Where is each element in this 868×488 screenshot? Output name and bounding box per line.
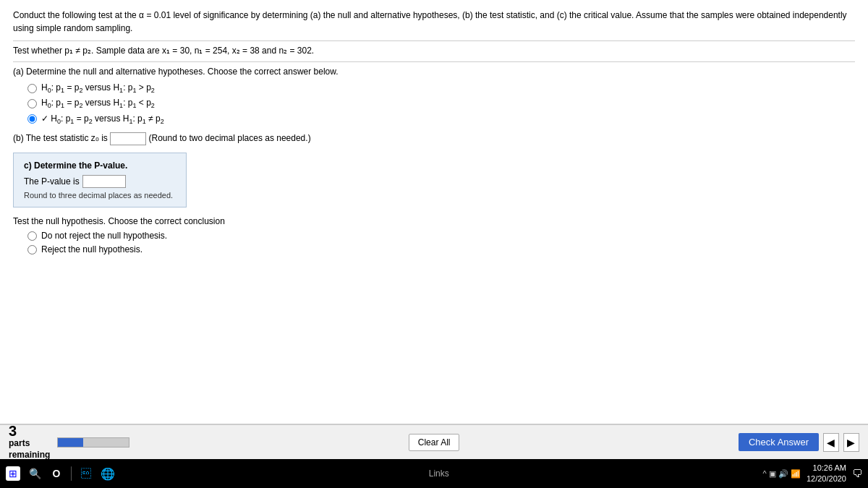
radio-a3[interactable] [27, 114, 37, 124]
null-hypothesis-options: Do not reject the null hypothesis. Rejec… [27, 231, 855, 254]
part-b-note: (Round to two decimal places as needed.) [149, 133, 311, 143]
question-header: Conduct the following test at the α = 0.… [13, 9, 855, 35]
part-a-options: H0: p1 = p2 versus H1: p1 > p2 H0: p1 = … [27, 82, 855, 125]
null-option-1[interactable]: Do not reject the null hypothesis. [27, 231, 855, 241]
start-button[interactable]: ⊞ [6, 466, 20, 481]
links-label: Links [429, 468, 449, 479]
option-a2[interactable]: H0: p1 = p2 versus H1: p1 < p2 [27, 98, 855, 109]
null-option-2-label: Reject the null hypothesis. [41, 244, 142, 254]
part-c-box: c) Determine the P-value. The P-value is… [13, 153, 187, 207]
main-content: Conduct the following test at the α = 0.… [0, 0, 868, 424]
radio-a2[interactable] [27, 99, 37, 108]
radio-a1[interactable] [27, 84, 37, 93]
null-option-1-label: Do not reject the null hypothesis. [41, 231, 167, 241]
parts-count: 3 [9, 424, 50, 438]
option-a2-label: H0: p1 = p2 versus H1: p1 < p2 [41, 98, 155, 109]
check-answer-button[interactable]: Check Answer [739, 433, 819, 451]
time-display: 10:26 AM 12/20/2020 [807, 463, 846, 485]
test-line: Test whether p₁ ≠ p₂. Sample data are x₁… [13, 46, 855, 56]
taskbar-system-icons: ^ ▣ 🔊 📶 [763, 469, 801, 479]
round-note: Round to three decimal places as needed. [24, 191, 176, 200]
radio-n1[interactable] [27, 231, 37, 241]
pvalue-input[interactable] [82, 175, 126, 188]
radio-n2[interactable] [27, 245, 37, 254]
taskbar: ⊞ 🔍 O  🌐 Links ^ ▣ 🔊 📶 10:26 AM 12/20/2… [0, 459, 868, 488]
option-a1[interactable]: H0: p1 = p2 versus H1: p1 > p2 [27, 82, 855, 94]
bottom-center: Clear All [409, 434, 460, 451]
test-null-title: Test the null hypothesis. Choose the cor… [13, 216, 855, 226]
search-taskbar-icon[interactable]: 🔍 [27, 466, 42, 481]
test-null-section: Test the null hypothesis. Choose the cor… [13, 216, 855, 254]
parts-remaining: 3 parts remaining [9, 424, 50, 461]
part-b-label: (b) The test statistic z₀ is [13, 133, 108, 143]
taskbar-edge-icon[interactable]:  [79, 466, 93, 481]
pvalue-line: The P-value is [24, 175, 176, 188]
taskbar-center: Links [115, 468, 763, 479]
bottom-left: 3 parts remaining [9, 424, 129, 461]
bottom-bar: 3 parts remaining Clear All Check Answer… [0, 424, 868, 459]
taskbar-icon-o[interactable]: O [49, 466, 64, 481]
taskbar-notification: 🗨 [852, 468, 862, 479]
date: 12/20/2020 [807, 474, 846, 484]
taskbar-right: ^ ▣ 🔊 📶 10:26 AM 12/20/2020 🗨 [763, 463, 862, 485]
taskbar-separator [71, 466, 72, 481]
null-option-2[interactable]: Reject the null hypothesis. [27, 244, 855, 254]
clear-all-button[interactable]: Clear All [409, 434, 460, 451]
part-a-label: (a) Determine the null and alternative h… [13, 67, 855, 77]
parts-label: parts [9, 438, 50, 450]
prev-button[interactable]: ◀ [823, 433, 839, 452]
taskbar-left: ⊞ 🔍 O  🌐 [6, 466, 115, 481]
part-b: (b) The test statistic z₀ is (Round to t… [13, 132, 855, 145]
pvalue-label: The P-value is [24, 176, 80, 187]
time: 10:26 AM [807, 463, 846, 474]
option-a3[interactable]: ✓ H0: p1 = p2 versus H1: p1 ≠ p2 [27, 114, 855, 125]
taskbar-chrome-icon[interactable]: 🌐 [101, 466, 115, 481]
progress-bar-fill [58, 438, 82, 447]
progress-bar [57, 437, 129, 448]
part-c-title: c) Determine the P-value. [24, 160, 176, 171]
next-button[interactable]: ▶ [843, 433, 859, 452]
test-statistic-input[interactable] [110, 132, 146, 145]
option-a3-label: ✓ H0: p1 = p2 versus H1: p1 ≠ p2 [41, 114, 164, 125]
bottom-right: Check Answer ◀ ▶ [739, 433, 859, 452]
option-a1-label: H0: p1 = p2 versus H1: p1 > p2 [41, 82, 155, 94]
